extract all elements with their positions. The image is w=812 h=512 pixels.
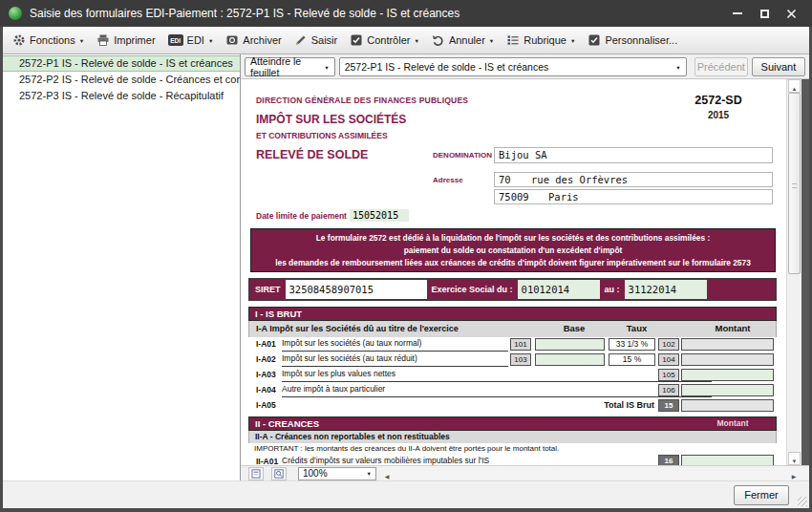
- code-box: 102: [658, 338, 679, 351]
- sidebar-item-2572-p3[interactable]: 2572-P3 IS - Relevé de solde - Récapitul…: [3, 88, 240, 104]
- base-field[interactable]: [535, 353, 605, 366]
- section1-subtitle: I-A Impôt sur les Sociétés dû au titre d…: [256, 324, 459, 333]
- code-box: 105: [658, 369, 679, 381]
- close-icon[interactable]: [785, 8, 797, 19]
- siret-field[interactable]: 32508458907015: [286, 280, 427, 299]
- horizontal-scrollbar[interactable]: [380, 466, 809, 480]
- section2-header: II - CREANCES Montant: [248, 416, 777, 431]
- notice-line1: Le formulaire 2572 est dédié à la liquid…: [251, 232, 775, 245]
- montant-field[interactable]: [681, 369, 774, 381]
- row-label: Impôt sur les plus values nettes: [282, 369, 712, 382]
- printer-icon: [96, 33, 110, 47]
- column-montant: Montant: [687, 323, 779, 333]
- sidebar-item-2572-p1[interactable]: 2572-P1 IS - Relevé de solde - IS et cré…: [3, 55, 240, 72]
- form-page: DIRECTION GÉNÉRALE DES FINANCES PUBLIQUE…: [245, 79, 783, 465]
- application-window: Saisie des formulaires EDI-Paiement : 25…: [0, 0, 812, 512]
- chevron-down-icon: [320, 61, 329, 73]
- scrollbar-thumb[interactable]: [788, 93, 801, 274]
- scroll-left-icon[interactable]: [380, 467, 394, 480]
- chevron-down-icon: [570, 34, 575, 46]
- page-icon: [251, 469, 261, 479]
- vertical-scrollbar[interactable]: [786, 79, 801, 465]
- column-base: Base: [541, 323, 608, 333]
- panel-edge: [801, 79, 809, 465]
- notice-line3: les demandes de remboursement liées aux …: [251, 257, 775, 269]
- code-box: 15: [658, 399, 679, 412]
- fermer-button[interactable]: Fermer: [734, 485, 789, 505]
- adresse-ville: Paris: [548, 191, 579, 203]
- goto-sheet-select[interactable]: Atteindre le feuillet: [245, 57, 335, 76]
- denomination-label: DENOMINATION: [433, 151, 492, 160]
- annuler-button[interactable]: Annuler: [429, 31, 497, 50]
- base-field[interactable]: [535, 338, 605, 351]
- minimize-button[interactable]: [732, 8, 743, 19]
- imprimer-button[interactable]: Imprimer: [94, 31, 158, 50]
- scroll-right-icon[interactable]: [787, 467, 801, 480]
- adresse-code-postal: 75009: [499, 190, 548, 204]
- archiver-button[interactable]: Archiver: [223, 31, 284, 50]
- code-box: 103: [510, 353, 531, 366]
- row-label: Impôt sur les sociétés (au taux normal): [282, 338, 508, 352]
- date-limite-field[interactable]: 15052015: [350, 209, 409, 222]
- gear-icon: [12, 33, 26, 47]
- title-bar: Saisie des formulaires EDI-Paiement : 25…: [0, 0, 812, 27]
- adresse-line2-field[interactable]: 75009Paris: [494, 189, 773, 204]
- agency-title: DIRECTION GÉNÉRALE DES FINANCES PUBLIQUE…: [256, 96, 468, 105]
- total-is-brut-label: Total IS Brut: [560, 400, 654, 410]
- chevron-down-icon: [79, 34, 84, 46]
- form-title-line2: ET CONTRIBUTIONS ASSIMILÉES: [256, 131, 388, 140]
- suivant-button[interactable]: Suivant: [752, 57, 805, 76]
- form-list-panel: 2572-P1 IS - Relevé de solde - IS et cré…: [3, 54, 241, 480]
- code-box: 101: [510, 338, 531, 351]
- exercice-du-field[interactable]: 01012014: [518, 280, 600, 299]
- window-controls: [732, 8, 812, 19]
- taux-value: 33 1/3 %: [609, 338, 655, 351]
- undo-icon: [432, 33, 445, 47]
- checkbox-icon: [588, 33, 601, 47]
- siret-bar: SIRET 32508458907015 Exercice Social du …: [248, 278, 777, 301]
- page-view-button[interactable]: [248, 467, 264, 480]
- resize-grip[interactable]: [798, 497, 807, 506]
- form-notice: Le formulaire 2572 est dédié à la liquid…: [250, 228, 776, 272]
- total-is-brut-field[interactable]: [681, 399, 774, 412]
- chevron-down-icon: [489, 34, 494, 46]
- row-id: I-A01: [256, 339, 276, 349]
- list-icon: [506, 33, 520, 47]
- exercice-au-field[interactable]: 31122014: [625, 280, 707, 299]
- chevron-down-icon: [208, 34, 213, 46]
- sidebar-item-2572-p2[interactable]: 2572-P2 IS - Relevé de solde - Créances …: [3, 72, 240, 88]
- edi-icon: EDI: [168, 34, 183, 46]
- montant-field[interactable]: [681, 338, 774, 351]
- siret-bar-endcap: [707, 280, 775, 299]
- edi-button[interactable]: EDI EDI: [165, 32, 217, 49]
- adresse-line1-field[interactable]: 70rue des Orfèvres: [494, 172, 773, 187]
- rubrique-button[interactable]: Rubrique: [503, 31, 578, 50]
- scroll-up-icon[interactable]: [788, 79, 801, 93]
- zoom-view-button[interactable]: [271, 467, 287, 480]
- zoom-level-select[interactable]: 100%: [298, 467, 376, 480]
- personnaliser-button[interactable]: Personnaliser...: [585, 31, 680, 50]
- montant-field[interactable]: [681, 353, 774, 366]
- exercice-label: Exercice Social du :: [427, 280, 518, 299]
- column-montant: Montant: [687, 417, 779, 430]
- chevron-down-icon: [414, 34, 418, 46]
- siret-label: SIRET: [250, 280, 286, 299]
- montant-field[interactable]: [681, 384, 774, 396]
- checkbox-icon: [350, 33, 363, 47]
- maximize-button[interactable]: [759, 8, 770, 19]
- row-id: II-A01: [256, 457, 278, 465]
- au-label: au :: [600, 280, 625, 299]
- section2-title: II - CREANCES: [255, 418, 319, 429]
- scroll-down-icon[interactable]: [788, 452, 801, 465]
- controler-button[interactable]: Contrôler: [347, 31, 422, 50]
- archive-icon: [225, 33, 239, 47]
- denomination-field[interactable]: Bijou SA: [494, 147, 773, 163]
- fonctions-button[interactable]: Fonctions: [10, 31, 87, 50]
- section2-subheader: II-A - Créances non reportables et non r…: [248, 431, 777, 443]
- current-sheet-select[interactable]: 2572-P1 IS - Relevé de solde - IS et cré…: [339, 57, 687, 76]
- saisir-button[interactable]: Saisir: [291, 31, 341, 50]
- montant-field[interactable]: [681, 455, 774, 465]
- row-id: I-A02: [256, 354, 276, 364]
- precedent-button[interactable]: Précédent: [694, 57, 748, 76]
- notice-line2: paiement du solde ou constatation d'un e…: [251, 245, 775, 257]
